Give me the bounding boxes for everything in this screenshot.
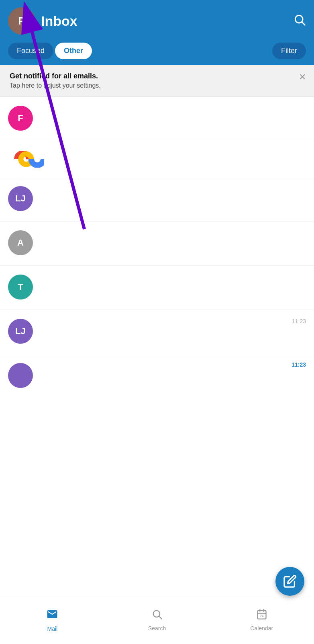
compose-icon <box>283 574 297 588</box>
bottom-nav: Mail Search 24 Calendar <box>0 596 314 644</box>
tabs-left: Focused Other <box>8 43 92 59</box>
notification-title: Get notified for all emails. <box>10 72 101 80</box>
email-item[interactable]: LJ 11:23 <box>0 310 314 354</box>
email-right <box>282 185 306 185</box>
email-content <box>39 273 282 274</box>
nav-label-mail: Mail <box>47 626 58 632</box>
header-left: P Inbox <box>8 7 77 35</box>
email-content <box>39 104 282 105</box>
email-list: F LJ <box>0 97 314 395</box>
close-icon[interactable]: ✕ <box>299 73 306 82</box>
email-item[interactable]: LJ <box>0 177 314 222</box>
notification-subtitle: Tap here to adjust your settings. <box>10 82 101 89</box>
avatar <box>8 363 33 388</box>
tab-focused[interactable]: Focused <box>8 43 53 59</box>
avatar: LJ <box>8 186 33 211</box>
email-item[interactable]: F <box>0 97 314 141</box>
svg-line-1 <box>302 22 305 25</box>
email-content <box>39 185 282 185</box>
email-content <box>39 317 282 318</box>
email-right <box>282 273 306 274</box>
search-icon[interactable] <box>293 13 306 29</box>
email-right: 11:23 <box>282 317 306 324</box>
svg-text:24: 24 <box>260 614 264 618</box>
svg-line-6 <box>159 616 161 619</box>
avatar: LJ <box>8 319 33 344</box>
notification-text: Get notified for all emails. Tap here to… <box>10 72 101 89</box>
avatar: A <box>8 230 33 255</box>
filter-button[interactable]: Filter <box>272 43 306 59</box>
nav-item-mail[interactable]: Mail <box>0 608 105 632</box>
email-time: 11:23 <box>292 318 306 324</box>
avatar: F <box>8 106 33 131</box>
email-time-bottom: 11:23 <box>292 361 306 368</box>
page-title: Inbox <box>41 13 77 29</box>
notification-banner[interactable]: Get notified for all emails. Tap here to… <box>0 65 314 97</box>
avatar: T <box>8 275 33 299</box>
user-avatar[interactable]: P <box>8 7 35 35</box>
tabs-row: Focused Other Filter <box>8 41 306 65</box>
email-item[interactable]: A <box>0 222 314 266</box>
mail-icon <box>46 608 58 623</box>
nav-item-search[interactable]: Search <box>105 609 210 632</box>
compose-fab[interactable] <box>275 567 304 596</box>
nav-label-calendar: Calendar <box>250 625 273 632</box>
header-top: P Inbox <box>8 7 306 35</box>
nav-label-search: Search <box>148 625 166 632</box>
email-right <box>282 104 306 105</box>
google-logo <box>8 151 44 168</box>
email-item[interactable]: T <box>0 266 314 310</box>
nav-item-calendar[interactable]: 24 Calendar <box>209 609 314 632</box>
email-item-partial[interactable]: 11:23 <box>0 354 314 395</box>
email-right <box>282 229 306 230</box>
calendar-icon: 24 <box>256 609 267 623</box>
tab-other[interactable]: Other <box>55 43 92 59</box>
search-nav-icon <box>151 609 163 623</box>
header: P Inbox Focused Other Filter <box>0 0 314 65</box>
email-item[interactable] <box>0 141 314 177</box>
email-content <box>39 229 282 230</box>
